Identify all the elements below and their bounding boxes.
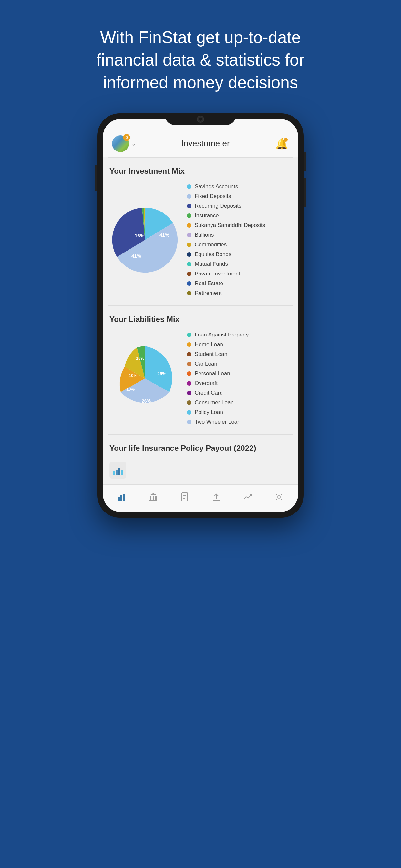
- avatar-badge: 0: [123, 134, 130, 141]
- investment-section: Your Investment Mix: [103, 158, 298, 306]
- svg-rect-11: [121, 470, 123, 475]
- svg-text:10%: 10%: [126, 387, 135, 392]
- tagline: With FinStat get up-to-date financial da…: [55, 0, 346, 113]
- bullions-dot: [187, 233, 191, 237]
- overdraft-label: Overdraft: [195, 380, 218, 386]
- svg-rect-14: [123, 494, 125, 501]
- nav-chart[interactable]: [115, 490, 129, 504]
- homeloan-dot: [187, 342, 191, 347]
- nav-upload[interactable]: [209, 490, 223, 504]
- svg-rect-18: [155, 496, 157, 500]
- legend-mutual: Mutual Funds: [187, 261, 291, 268]
- legend-equities: Equities Bonds: [187, 251, 291, 258]
- svg-point-26: [278, 496, 280, 498]
- document-icon: [178, 490, 192, 504]
- upload-icon: [209, 490, 223, 504]
- legend-policyloan: Policy Loan: [187, 409, 291, 415]
- notification-dot: [284, 138, 288, 142]
- commodities-label: Commodities: [195, 242, 227, 248]
- legend-recurring: Recurring Deposits: [187, 203, 291, 209]
- personalloan-label: Personal Loan: [195, 370, 230, 377]
- nav-bank[interactable]: [146, 490, 160, 504]
- legend-fixed: Fixed Deposits: [187, 193, 291, 199]
- phone-notch: [165, 113, 236, 125]
- personalloan-dot: [187, 371, 191, 376]
- legend-creditcard: Credit Card: [187, 390, 291, 396]
- liabilities-title: Your Liabilities Mix: [110, 315, 291, 324]
- insurance-dot: [187, 213, 191, 218]
- svg-text:26%: 26%: [142, 399, 151, 404]
- liabilities-legend: Loan Against Property Home Loan Student …: [187, 332, 291, 425]
- chevron-down-icon[interactable]: ⌄: [131, 140, 136, 147]
- overdraft-dot: [187, 381, 191, 385]
- camera: [197, 116, 204, 123]
- carloan-label: Car Loan: [195, 361, 217, 367]
- svg-rect-16: [150, 496, 151, 500]
- phone-mockup: 0 ⌄ Investometer 🔔 Your Investment Mix: [97, 113, 304, 559]
- consumerloan-dot: [187, 400, 191, 405]
- carloan-dot: [187, 362, 191, 366]
- twowheeler-label: Two Wheeler Loan: [195, 419, 241, 425]
- legend-savings: Savings Accounts: [187, 183, 291, 190]
- studentloan-dot: [187, 352, 191, 356]
- investment-legend: Savings Accounts Fixed Deposits Recurrin…: [187, 183, 291, 297]
- insurance-section: Your life Insurance Policy Payout (2022): [103, 435, 298, 485]
- twowheeler-dot: [187, 420, 191, 424]
- bell-button[interactable]: 🔔: [275, 136, 289, 151]
- investment-pie-chart: 41% 41% 16%: [110, 205, 181, 275]
- legend-lap: Loan Against Property: [187, 332, 291, 338]
- liabilities-chart-area: 26% 26% 10% 10% 10% Loan Against Propert…: [110, 332, 291, 425]
- svg-text:16%: 16%: [135, 233, 144, 238]
- consumerloan-label: Consumer Loan: [195, 399, 234, 406]
- retirement-label: Retirement: [195, 290, 221, 297]
- legend-overdraft: Overdraft: [187, 380, 291, 386]
- savings-dot: [187, 184, 191, 189]
- insurance-preview: [110, 461, 291, 481]
- trend-icon: [241, 490, 255, 504]
- creditcard-dot: [187, 391, 191, 395]
- creditcard-label: Credit Card: [195, 390, 223, 396]
- legend-retirement: Retirement: [187, 290, 291, 297]
- svg-text:10%: 10%: [136, 356, 144, 361]
- equities-dot: [187, 252, 191, 257]
- nav-trend[interactable]: [241, 490, 255, 504]
- chart-bar-icon: [115, 490, 129, 504]
- legend-sukanya: Sukanya Samriddhi Deposits: [187, 222, 291, 228]
- policyloan-label: Policy Loan: [195, 409, 223, 415]
- bank-icon: [146, 490, 160, 504]
- svg-text:41%: 41%: [131, 253, 141, 259]
- legend-twowheeler: Two Wheeler Loan: [187, 419, 291, 425]
- avatar-container[interactable]: 0: [112, 135, 129, 152]
- nav-settings[interactable]: [272, 490, 286, 504]
- legend-insurance: Insurance: [187, 213, 291, 219]
- svg-rect-8: [113, 471, 115, 475]
- svg-text:10%: 10%: [129, 373, 137, 378]
- app-title: Investometer: [136, 138, 275, 149]
- policyloan-dot: [187, 410, 191, 414]
- legend-homeloan: Home Loan: [187, 341, 291, 348]
- legend-bullions: Bullions: [187, 232, 291, 238]
- homeloan-label: Home Loan: [195, 341, 223, 348]
- mutual-dot: [187, 262, 191, 267]
- investment-chart-area: 41% 41% 16% Savings Accounts Fixed Depos: [110, 183, 291, 297]
- liabilities-section: Your Liabilities Mix: [103, 306, 298, 434]
- svg-rect-19: [150, 500, 157, 500]
- bottom-nav: [103, 485, 298, 512]
- private-label: Private Investment: [195, 271, 240, 277]
- realestate-dot: [187, 281, 191, 286]
- legend-realestate: Real Estate: [187, 280, 291, 287]
- legend-studentloan: Student Loan: [187, 351, 291, 358]
- private-dot: [187, 272, 191, 276]
- commodities-dot: [187, 243, 191, 247]
- svg-marker-15: [150, 493, 157, 495]
- liabilities-pie-chart: 26% 26% 10% 10% 10%: [110, 343, 181, 414]
- sukanya-label: Sukanya Samriddhi Deposits: [195, 222, 265, 228]
- fixed-dot: [187, 194, 191, 198]
- insurance-label: Insurance: [195, 213, 219, 219]
- header-left: 0 ⌄: [112, 135, 136, 152]
- svg-rect-9: [116, 469, 118, 475]
- lap-dot: [187, 333, 191, 337]
- phone-screen: 0 ⌄ Investometer 🔔 Your Investment Mix: [103, 119, 298, 512]
- nav-doc[interactable]: [178, 490, 192, 504]
- bullions-label: Bullions: [195, 232, 214, 238]
